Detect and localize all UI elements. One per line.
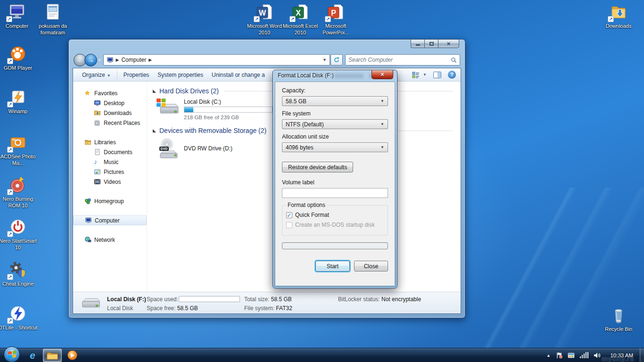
gear-shield-icon: ↗	[8, 260, 28, 279]
chevron-down-icon: ▼	[380, 99, 384, 103]
quick-format-option[interactable]: Quick Format	[286, 212, 384, 218]
desktop-icon-pokusam[interactable]: pokusam da formatiram	[33, 2, 73, 36]
preview-pane-icon[interactable]	[433, 72, 441, 78]
network-signal-icon[interactable]	[580, 352, 589, 358]
maximize-icon	[429, 42, 434, 46]
capacity-bar	[184, 107, 272, 113]
pictures-icon	[94, 168, 101, 175]
hard-drive-icon	[156, 98, 179, 118]
gom-player-icon: ↗	[8, 44, 28, 63]
desktop-icon-dtlite[interactable]: ↗ DTLite - Shortcut	[0, 304, 38, 331]
taskbar-clock[interactable]: 10:33 AM	[606, 353, 637, 358]
desktop-icon-winamp[interactable]: ↗ Winamp	[0, 88, 38, 115]
format-dialog: Format Local Disk (F:) × Capacity: 58.5 …	[272, 70, 397, 288]
close-button[interactable]: ×	[438, 39, 459, 48]
dialog-title: Format Local Disk (F:)	[278, 72, 334, 79]
properties-button[interactable]: Properties	[119, 70, 154, 80]
desktop-icon-gom-player[interactable]: ↗ GOM Player	[0, 44, 38, 71]
sidebar-item-libraries[interactable]: Libraries	[73, 137, 147, 147]
sidebar-item-homegroup[interactable]: Homegroup	[73, 196, 147, 206]
word-icon: W ↗	[254, 2, 275, 21]
desktop-icon-computer[interactable]: ↗ Computer	[0, 2, 37, 29]
sidebar-item-videos[interactable]: Videos	[73, 177, 147, 187]
sidebar-item-documents[interactable]: Documents	[73, 147, 147, 157]
uninstall-button[interactable]: Uninstall or change a	[207, 70, 269, 80]
allocation-unit-dropdown[interactable]: 4096 bytes▼	[282, 142, 388, 152]
format-progress-bar	[282, 242, 388, 249]
desktop-icon-word[interactable]: W ↗ Microsoft Word 2010	[245, 2, 284, 36]
shortcut-arrow-icon: ↗	[289, 16, 296, 22]
volume-label-input[interactable]	[282, 188, 388, 198]
music-note-icon: ♪	[94, 158, 101, 165]
shortcut-arrow-icon: ↗	[325, 16, 331, 22]
internet-explorer-icon: e	[30, 350, 35, 361]
quick-format-checkbox[interactable]	[286, 212, 292, 218]
windows-update-icon[interactable]	[568, 352, 575, 359]
sidebar-item-music[interactable]: ♪Music	[73, 157, 147, 167]
desktop-icon-nero-startsmart[interactable]: ↗ Nero StartSmart 10	[0, 217, 38, 251]
dialog-titlebar[interactable]: Format Local Disk (F:) ×	[273, 70, 397, 82]
dvd-drive-icon: DVD	[156, 137, 179, 160]
desktop-icon-label: Nero StartSmart 10	[0, 238, 38, 251]
restore-defaults-button[interactable]: Restore device defaults	[282, 162, 353, 173]
file-system-dropdown[interactable]: NTFS (Default)▼	[282, 119, 388, 129]
desktop-icon-acdsee[interactable]: ↗ ACDSee Photo Ma...	[0, 133, 38, 166]
refresh-button[interactable]	[330, 54, 343, 66]
format-options-label: Format options	[286, 202, 327, 208]
system-properties-button[interactable]: System properties	[153, 70, 207, 80]
status-drive-type: Local Disk	[107, 305, 133, 312]
organize-button[interactable]: Organize▼	[78, 70, 115, 80]
taskbar-item-media-player[interactable]	[63, 349, 82, 362]
search-input[interactable]	[348, 57, 451, 63]
window-titlebar[interactable]: ×	[69, 40, 465, 52]
desktop-icon-label: ACDSee Photo Ma...	[0, 153, 38, 166]
search-box[interactable]	[345, 54, 460, 66]
minimize-icon	[416, 44, 420, 46]
shortcut-arrow-icon: ↗	[7, 101, 13, 107]
show-desktop-button[interactable]	[640, 348, 644, 362]
close-button[interactable]: Close	[354, 261, 388, 272]
svg-text:X: X	[296, 9, 301, 17]
breadcrumb-item-computer[interactable]: Computer	[121, 57, 146, 63]
start-button[interactable]: Start	[315, 261, 350, 272]
nav-history-chevron-icon[interactable]: ▾	[99, 58, 101, 62]
show-hidden-icons-button[interactable]: ▲	[546, 353, 551, 358]
breadcrumb[interactable]: ▶ Computer ▶ ▼	[103, 54, 330, 66]
breadcrumb-arrow-icon[interactable]: ▶	[149, 58, 152, 62]
forward-button[interactable]: →	[84, 54, 97, 66]
desktop-icon-nero-burning[interactable]: ↗ Nero Burning ROM 10	[0, 175, 38, 209]
format-options-group: Format options Quick Format Create an MS…	[282, 205, 388, 236]
sidebar-item-network[interactable]: Network	[73, 235, 147, 245]
maximize-button[interactable]	[424, 39, 438, 48]
explorer-window: × ← → ▾ ▶ Computer ▶ ▼ Organ	[68, 39, 465, 318]
taskbar-item-internet-explorer[interactable]: e	[23, 349, 42, 362]
sidebar-item-desktop[interactable]: Desktop	[73, 98, 147, 108]
change-view-button[interactable]: ▼	[412, 72, 427, 78]
start-button[interactable]	[4, 346, 20, 362]
minimize-button[interactable]	[411, 39, 424, 48]
sidebar-item-recent-places[interactable]: Recent Places	[73, 118, 147, 128]
address-dropdown-icon[interactable]: ▼	[322, 58, 327, 62]
dialog-client-area: Capacity: 58.5 GB▼ File system NTFS (Def…	[275, 82, 395, 286]
lightning-disc-icon: ↗	[8, 304, 28, 323]
shortcut-arrow-icon: ↗	[608, 16, 614, 22]
recent-places-icon	[94, 119, 101, 126]
desktop-icon-cheat-engine[interactable]: ↗ Cheat Engine	[0, 260, 38, 287]
dialog-close-button[interactable]: ×	[372, 70, 393, 79]
desktop-icon-downloads[interactable]: ↗ Downloads	[599, 2, 638, 29]
document-icon	[42, 2, 63, 21]
sidebar-item-downloads[interactable]: Downloads	[73, 108, 147, 118]
folder-icon	[47, 351, 58, 360]
action-center-flag-icon[interactable]	[556, 352, 562, 359]
taskbar-item-windows-explorer[interactable]	[43, 349, 62, 362]
sidebar-item-computer[interactable]: Computer	[73, 215, 147, 225]
help-button[interactable]: ?	[448, 71, 456, 79]
capacity-dropdown[interactable]: 58.5 GB▼	[282, 96, 388, 106]
desktop-icon-excel[interactable]: X ↗ Microsoft Excel 2010	[281, 2, 320, 36]
volume-icon[interactable]	[594, 352, 601, 359]
computer-mini-icon	[85, 217, 92, 224]
desktop-icon-recycle-bin[interactable]: Recycle Bin	[599, 305, 638, 332]
sidebar-item-favorites[interactable]: ★Favorites	[73, 88, 147, 98]
sidebar-item-pictures[interactable]: Pictures	[73, 167, 147, 177]
desktop-icon-powerpoint[interactable]: P ↗ Microsoft PowerPoi...	[316, 2, 355, 36]
